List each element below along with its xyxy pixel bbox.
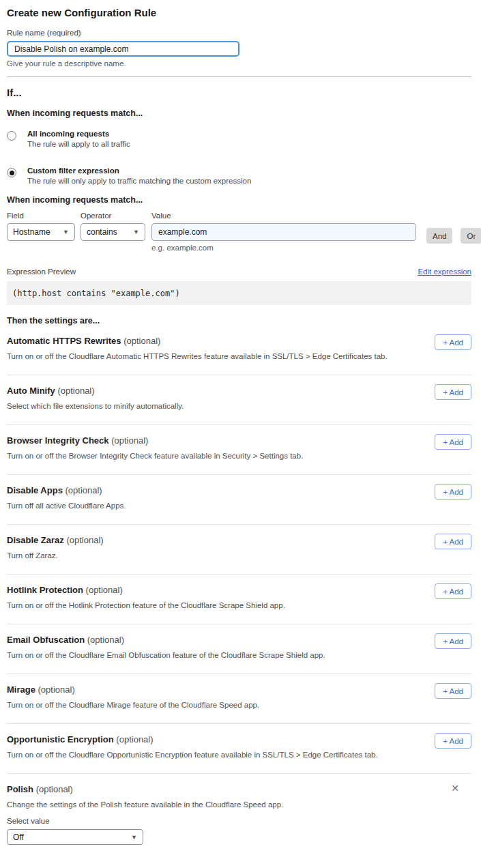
setting-optional-text: (optional) [111,435,148,446]
expression-preview-label: Expression Preview [7,267,76,276]
polish-value-select[interactable]: Off ▼ [7,829,143,845]
setting-title: Hotlink Protection (optional) [7,585,471,595]
setting-optional-text: (optional) [86,585,123,595]
setting-section-disable-zaraz: Disable Zaraz (optional) + Add Turn off … [7,525,471,575]
setting-title-text: Auto Minify [7,386,55,396]
setting-title-text: Mirage [7,684,35,695]
or-button[interactable]: Or [461,228,481,244]
setting-description: Turn off all active Cloudflare Apps. [7,502,471,510]
setting-description: Select which file extensions to minify a… [7,402,471,410]
select-value-label: Select value [7,817,471,825]
setting-optional-text: (optional) [66,535,103,545]
expression-preview-header: Expression Preview Edit expression [7,267,471,276]
radio-button-icon-selected[interactable] [7,168,16,177]
setting-title: Automatic HTTPS Rewrites (optional) [7,336,471,346]
page-title: Create new Configuration Rule [7,7,471,18]
if-heading: If... [7,87,471,98]
then-settings-heading: Then the settings are... [7,316,471,326]
add-button[interactable]: + Add [435,334,471,350]
setting-description: Turn on or off the Cloudflare Automatic … [7,352,471,360]
radio-button-icon[interactable] [7,131,16,141]
and-button[interactable]: And [426,228,452,244]
value-input[interactable] [151,223,416,241]
setting-title-text: Hotlink Protection [7,585,83,595]
add-button[interactable]: + Add [435,733,471,749]
divider [7,76,471,77]
setting-section-mirage: Mirage (optional) + Add Turn on or off t… [7,674,471,724]
setting-title: Disable Zaraz (optional) [7,535,471,545]
edit-expression-link[interactable]: Edit expression [418,267,471,276]
radio-description: The rule will apply to all traffic [27,140,130,148]
expression-code-text: (http.host contains "example.com") [12,289,180,298]
setting-description: Turn on or off the Cloudflare Opportunis… [7,751,471,759]
add-button[interactable]: + Add [435,583,471,599]
operator-select[interactable]: contains ▼ [81,223,145,241]
setting-title-text: Opportunistic Encryption [7,734,114,744]
chevron-down-icon: ▼ [133,229,139,235]
setting-description: Turn off Zaraz. [7,551,471,560]
setting-description: Turn on or off the Cloudflare Mirage fea… [7,701,471,709]
setting-optional-text: (optional) [116,734,153,744]
expression-builder-heading: When incoming requests match... [7,195,471,205]
expression-builder-row: Field Hostname ▼ Operator contains ▼ Val… [7,212,471,252]
incoming-requests-match-heading: When incoming requests match... [7,108,471,118]
value-label: Value [151,212,416,220]
setting-optional-text: (optional) [123,336,160,346]
add-button[interactable]: + Add [435,534,471,549]
add-button[interactable]: + Add [435,633,471,649]
chevron-down-icon: ▼ [63,229,69,235]
setting-section-auto-minify: Auto Minify (optional) + Add Select whic… [7,375,471,425]
setting-title-text: Polish [7,784,33,794]
setting-description: Turn on or off the Browser Integrity Che… [7,452,471,460]
rule-name-label: Rule name (required) [7,29,471,37]
setting-title: Polish (optional) [7,784,471,794]
setting-title: Auto Minify (optional) [7,386,471,396]
setting-optional-text: (optional) [57,386,94,396]
add-button[interactable]: + Add [435,683,471,699]
radio-label: All incoming requests [27,130,130,138]
expression-preview-code: (http.host contains "example.com") [7,281,471,305]
operator-select-value: contains [87,227,117,237]
setting-title-text: Disable Apps [7,485,63,495]
setting-section-automatic-https-rewrites: Automatic HTTPS Rewrites (optional) + Ad… [7,326,471,375]
add-button[interactable]: + Add [435,434,471,450]
and-or-buttons: And Or [416,228,481,244]
value-column: Value e.g. example.com [151,212,416,252]
setting-title-text: Disable Zaraz [7,535,64,545]
setting-optional-text: (optional) [87,635,124,645]
operator-label: Operator [81,212,145,220]
setting-title: Disable Apps (optional) [7,485,471,495]
field-column: Field Hostname ▼ [7,212,75,241]
value-help: e.g. example.com [151,244,416,252]
radio-option-custom-filter-expression[interactable]: Custom filter expression The rule will o… [7,167,471,185]
operator-column: Operator contains ▼ [81,212,145,241]
setting-section-browser-integrity-check: Browser Integrity Check (optional) + Add… [7,425,471,475]
add-button[interactable]: + Add [435,484,471,500]
add-button[interactable]: + Add [435,384,471,400]
setting-description: Turn on or off the Cloudflare Email Obfu… [7,651,471,659]
rule-name-help: Give your rule a descriptive name. [7,59,471,68]
setting-section-opportunistic-encryption: Opportunistic Encryption (optional) + Ad… [7,724,471,774]
request-match-radio-group: All incoming requests The rule will appl… [7,130,471,185]
setting-description: Turn on or off the Hotlink Protection fe… [7,601,471,609]
setting-title-text: Email Obfuscation [7,635,85,645]
create-configuration-rule-form: Create new Configuration Rule Rule name … [7,0,471,845]
setting-section-disable-apps: Disable Apps (optional) + Add Turn off a… [7,475,471,525]
radio-description: The rule will only apply to traffic matc… [27,177,251,185]
close-icon[interactable]: ✕ [451,783,459,793]
setting-title: Mirage (optional) [7,684,471,695]
setting-title: Email Obfuscation (optional) [7,635,471,645]
setting-title-text: Browser Integrity Check [7,435,109,446]
polish-select-value: Off [13,833,24,842]
field-label: Field [7,212,75,220]
setting-section-hotlink-protection: Hotlink Protection (optional) + Add Turn… [7,575,471,624]
setting-optional-text: (optional) [65,485,102,495]
setting-description: Change the settings of the Polish featur… [7,800,471,809]
setting-optional-text: (optional) [36,784,73,794]
rule-name-input[interactable] [7,41,239,57]
field-select[interactable]: Hostname ▼ [7,223,75,241]
setting-title: Browser Integrity Check (optional) [7,435,471,446]
setting-title-text: Automatic HTTPS Rewrites [7,336,121,346]
chevron-down-icon: ▼ [131,834,137,841]
radio-option-all-incoming-requests[interactable]: All incoming requests The rule will appl… [7,130,471,148]
